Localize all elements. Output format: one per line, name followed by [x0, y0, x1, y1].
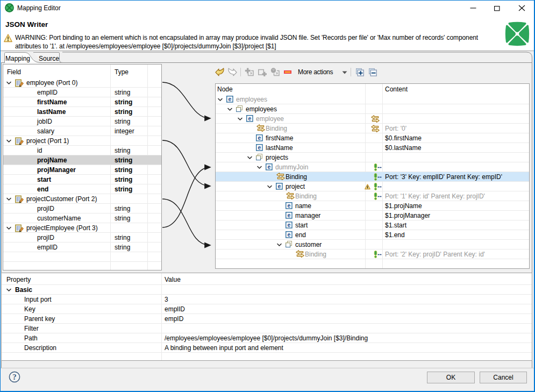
- svg-text:e: e: [258, 134, 261, 141]
- svg-text:e: e: [268, 163, 271, 170]
- svg-text:?: ?: [12, 373, 17, 381]
- svg-text:e: e: [229, 96, 232, 102]
- svg-text:e: e: [248, 115, 252, 122]
- svg-text:e: e: [288, 212, 291, 218]
- svg-text:e: e: [288, 202, 291, 209]
- svg-text:e: e: [258, 144, 261, 151]
- svg-text:e: e: [278, 183, 281, 189]
- svg-text:e: e: [288, 222, 291, 228]
- svg-text:e: e: [288, 231, 291, 238]
